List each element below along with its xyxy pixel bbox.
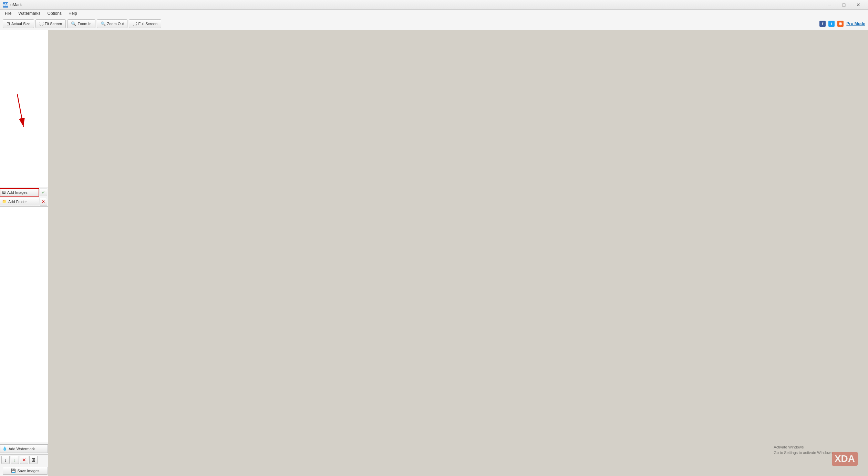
- menu-watermarks[interactable]: Watermarks: [15, 10, 44, 17]
- twitter-icon[interactable]: t: [828, 21, 835, 27]
- menu-help[interactable]: Help: [65, 10, 81, 17]
- zoom-out-icon: 🔍: [101, 21, 106, 26]
- bottom-btn-4-icon: ⊞: [31, 457, 35, 463]
- add-images-row: 🖼 Add Images ✓: [0, 188, 48, 197]
- save-images-button[interactable]: 💾 Save Images: [3, 467, 48, 475]
- image-list-area: [0, 30, 48, 188]
- close-button[interactable]: ✕: [851, 1, 865, 8]
- main-layout: 🖼 Add Images ✓ 📁 Add Folder ✕ 💧 Add Wate…: [0, 30, 868, 476]
- left-sidebar: 🖼 Add Images ✓ 📁 Add Folder ✕ 💧 Add Wate…: [0, 30, 48, 476]
- actual-size-icon: ⊡: [7, 21, 10, 26]
- minimize-button[interactable]: ─: [823, 1, 836, 8]
- properties-area: [0, 207, 48, 443]
- bottom-btn-1-icon: ↓: [4, 457, 7, 463]
- add-folder-icon: 📁: [2, 199, 7, 204]
- canvas-area: Activate Windows Go to Settings to activ…: [48, 30, 868, 476]
- svg-line-1: [17, 94, 23, 127]
- arrow-annotation: [10, 92, 31, 135]
- xda-logo: XDA: [832, 452, 858, 466]
- add-folder-row: 📁 Add Folder ✕: [0, 197, 48, 207]
- bottom-btn-2-icon: ↓: [14, 457, 16, 463]
- full-screen-icon: ⛶: [133, 21, 137, 26]
- menu-options[interactable]: Options: [44, 10, 65, 17]
- toolbar: ⊡ Actual Size ⛶ Fit Screen 🔍 Zoom In 🔍 Z…: [0, 17, 868, 30]
- fit-screen-icon: ⛶: [39, 21, 43, 26]
- pro-mode-button[interactable]: Pro Mode: [846, 21, 865, 26]
- watermark-icon: 💧: [2, 446, 7, 451]
- bottom-btn-3[interactable]: ✕: [20, 456, 28, 464]
- app-icon: uM: [3, 2, 8, 8]
- toolbar-right: f t ◉ Pro Mode: [819, 21, 865, 27]
- bottom-btn-2[interactable]: ↓: [11, 456, 19, 464]
- maximize-button[interactable]: □: [837, 1, 851, 8]
- save-images-icon: 💾: [11, 468, 16, 473]
- add-folder-button[interactable]: 📁 Add Folder: [0, 198, 39, 205]
- save-images-row: 💾 Save Images: [0, 465, 48, 476]
- zoom-in-icon: 🔍: [71, 21, 76, 26]
- window-controls: ─ □ ✕: [823, 1, 865, 8]
- menu-bar: File Watermarks Options Help: [0, 10, 868, 17]
- add-images-button[interactable]: 🖼 Add Images: [0, 189, 39, 196]
- app-title: uMark: [10, 2, 22, 7]
- fit-screen-button[interactable]: ⛶ Fit Screen: [35, 19, 66, 28]
- bottom-btn-4[interactable]: ⊞: [29, 456, 38, 464]
- title-bar-left: uM uMark: [3, 2, 22, 8]
- remove-folder-button[interactable]: ✕: [40, 198, 47, 205]
- rss-icon[interactable]: ◉: [837, 21, 844, 27]
- activate-windows: Activate Windows Go to Settings to activ…: [774, 445, 834, 455]
- xda-watermark: XDA: [832, 452, 858, 466]
- add-images-icon: 🖼: [2, 190, 6, 194]
- bottom-toolbar: ↓ ↓ ✕ ⊞: [0, 454, 48, 465]
- bottom-btn-1[interactable]: ↓: [1, 456, 10, 464]
- menu-file[interactable]: File: [1, 10, 15, 17]
- bottom-btn-3-icon: ✕: [22, 457, 26, 463]
- full-screen-button[interactable]: ⛶ Full Screen: [129, 19, 161, 28]
- watermark-controls: 💧 Add Watermark: [0, 443, 48, 454]
- zoom-in-button[interactable]: 🔍 Zoom In: [67, 19, 95, 28]
- actual-size-button[interactable]: ⊡ Actual Size: [3, 19, 34, 28]
- facebook-icon[interactable]: f: [819, 21, 826, 27]
- zoom-out-button[interactable]: 🔍 Zoom Out: [97, 19, 128, 28]
- sidebar-buttons: 🖼 Add Images ✓ 📁 Add Folder ✕: [0, 188, 48, 207]
- add-watermark-button[interactable]: 💧 Add Watermark: [0, 444, 48, 453]
- canvas-inner: [48, 30, 868, 476]
- confirm-images-button[interactable]: ✓: [40, 189, 47, 196]
- title-bar: uM uMark ─ □ ✕: [0, 0, 868, 10]
